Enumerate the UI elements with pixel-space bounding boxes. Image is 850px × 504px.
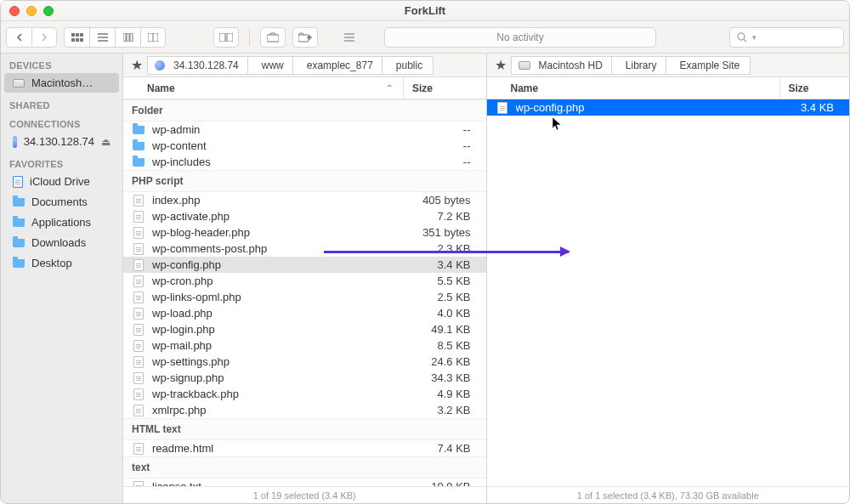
file-icon	[133, 372, 144, 384]
svg-rect-9	[123, 33, 126, 42]
right-file-list[interactable]: wp-config.php3.4 KB	[487, 99, 850, 486]
right-status: 1 of 1 selected (3.4 KB), 73.30 GB avail…	[487, 486, 850, 503]
column-size-header[interactable]: Size	[404, 77, 486, 99]
view-list-button[interactable]	[89, 27, 115, 48]
file-row[interactable]: wp-activate.php7.2 KB	[123, 208, 486, 224]
file-icon	[133, 405, 144, 416]
sidebar-head-devices: DEVICES	[1, 54, 122, 72]
sync-button[interactable]	[260, 27, 286, 48]
file-row[interactable]: wp-config.php3.4 KB	[123, 257, 486, 273]
file-row[interactable]: wp-signup.php34.3 KB	[123, 370, 486, 386]
sidebar-favorite-item[interactable]: Applications	[4, 212, 119, 232]
column-name-header[interactable]: Name ⌃	[123, 77, 404, 99]
sidebar-favorite-item[interactable]: Documents	[4, 192, 119, 212]
sidebar-favorite-item[interactable]: iCloud Drive	[4, 172, 119, 191]
view-split-button[interactable]	[140, 27, 166, 48]
file-row[interactable]: wp-settings.php24.6 KB	[123, 354, 486, 370]
file-row[interactable]: wp-content--	[123, 138, 486, 154]
hd-icon	[518, 61, 530, 70]
svg-rect-5	[80, 38, 83, 42]
file-row[interactable]: wp-links-opml.php2.5 KB	[123, 289, 486, 305]
file-row[interactable]: wp-includes--	[123, 154, 486, 170]
file-row[interactable]: wp-load.php4.0 KB	[123, 305, 486, 321]
dual-pane-button[interactable]	[213, 27, 239, 48]
folder-icon	[133, 126, 144, 134]
search-field[interactable]: ▾	[729, 27, 844, 48]
breadcrumb-item[interactable]: www	[247, 56, 294, 75]
file-row[interactable]: wp-blog-header.php351 bytes	[123, 224, 486, 241]
file-row[interactable]: wp-config.php3.4 KB	[487, 99, 850, 116]
breadcrumb-item[interactable]: examplec_877	[292, 56, 383, 75]
favorite-star-button[interactable]: ★	[490, 57, 511, 73]
new-folder-button[interactable]	[292, 27, 318, 48]
sidebar-head-favorites: FAVORITES	[1, 152, 122, 171]
breadcrumb-item[interactable]: 34.130.128.74	[147, 56, 249, 75]
file-row[interactable]: readme.html7.4 KB	[123, 440, 486, 456]
file-row[interactable]: license.txt19.9 KB	[123, 479, 486, 486]
folder-icon	[13, 259, 25, 268]
right-columns: Name Size	[487, 77, 850, 99]
sidebar: DEVICES Macintosh… SHARED CONNECTIONS 34…	[1, 54, 123, 503]
toolbar: No activity ▾	[1, 21, 849, 54]
svg-rect-10	[127, 33, 129, 42]
sidebar-favorite-item[interactable]: Desktop	[4, 253, 119, 273]
column-size-header[interactable]: Size	[780, 77, 850, 99]
right-pane: ★ Macintosh HDLibraryExample Site Name S…	[487, 54, 850, 503]
sidebar-item-macintosh-hd[interactable]: Macintosh…	[4, 73, 119, 93]
svg-rect-15	[227, 33, 233, 42]
file-icon	[133, 259, 144, 271]
globe-icon	[155, 60, 165, 71]
file-icon	[133, 275, 144, 287]
file-icon	[133, 340, 144, 352]
sidebar-favorite-item[interactable]: Downloads	[4, 233, 119, 252]
file-icon	[133, 356, 144, 368]
left-columns: Name ⌃ Size	[123, 77, 486, 99]
sidebar-head-shared: SHARED	[1, 93, 122, 112]
svg-rect-11	[130, 33, 133, 42]
chevron-down-icon: ▾	[752, 33, 756, 42]
group-header: text	[123, 456, 486, 479]
favorite-star-button[interactable]: ★	[127, 57, 147, 73]
breadcrumb-item[interactable]: public	[382, 56, 434, 75]
svg-rect-1	[76, 33, 79, 37]
folder-icon	[133, 142, 144, 150]
breadcrumb-item[interactable]: Example Site	[666, 56, 751, 75]
folder-icon	[133, 158, 144, 167]
file-row[interactable]: wp-trackback.php4.9 KB	[123, 386, 486, 402]
svg-rect-2	[80, 33, 83, 37]
file-row[interactable]: wp-admin--	[123, 122, 486, 138]
file-icon	[497, 102, 507, 114]
forward-button[interactable]	[31, 27, 57, 48]
svg-rect-16	[267, 35, 279, 42]
sidebar-item-connection[interactable]: 34.130.128.74 ⏏	[4, 132, 119, 151]
file-row[interactable]: wp-cron.php5.5 KB	[123, 273, 486, 289]
file-row[interactable]: index.php405 bytes	[123, 192, 486, 208]
svg-rect-14	[219, 33, 225, 42]
folder-icon	[13, 198, 25, 207]
file-row[interactable]: wp-comments-post.php2.3 KB	[123, 241, 486, 257]
left-pathbar: ★ 34.130.128.74wwwexamplec_877public	[123, 54, 486, 77]
breadcrumb-item[interactable]: Library	[611, 56, 667, 75]
view-icon-button[interactable]	[64, 27, 89, 48]
column-name-header[interactable]: Name	[487, 77, 780, 99]
file-row[interactable]: wp-login.php49.1 KB	[123, 321, 486, 337]
view-column-button[interactable]	[115, 27, 140, 48]
globe-icon	[13, 136, 17, 148]
file-icon	[133, 227, 144, 239]
hd-icon	[13, 79, 25, 88]
svg-line-24	[744, 39, 746, 42]
sidebar-head-connections: CONNECTIONS	[1, 112, 122, 131]
file-row[interactable]: xmlrpc.php3.2 KB	[123, 402, 486, 418]
back-button[interactable]	[6, 27, 31, 48]
file-icon	[133, 195, 144, 207]
left-file-list[interactable]: Folderwp-admin--wp-content--wp-includes-…	[123, 99, 486, 486]
eject-icon[interactable]: ⏏	[101, 136, 110, 148]
left-pane: ★ 34.130.128.74wwwexamplec_877public Nam…	[123, 54, 487, 503]
folder-icon	[13, 239, 25, 247]
file-icon	[133, 481, 144, 487]
file-row[interactable]: wp-mail.php8.5 KB	[123, 337, 486, 354]
svg-rect-0	[71, 33, 75, 37]
breadcrumb-item[interactable]: Macintosh HD	[511, 56, 613, 75]
file-icon	[133, 388, 144, 400]
svg-rect-3	[71, 38, 75, 42]
